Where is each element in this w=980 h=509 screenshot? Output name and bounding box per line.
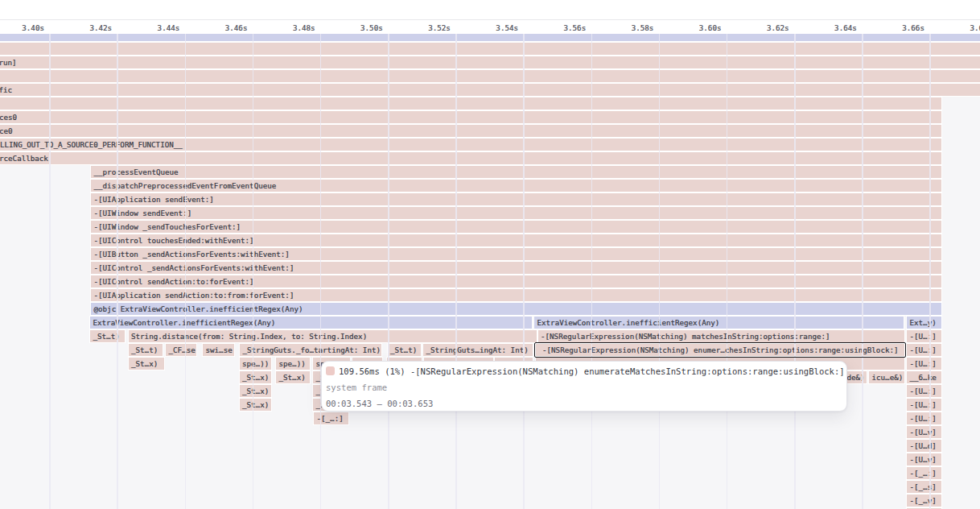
flame-block[interactable]: _St…x)	[240, 371, 271, 383]
flame-block-label: -[NSRegularExpression(NSMatching) matche…	[541, 332, 830, 341]
flame-block[interactable]: -[UIControl sendAction:to:forEvent:]	[91, 275, 941, 288]
flame-block[interactable]	[0, 43, 980, 55]
flame-block-label: -[U…:]	[910, 346, 937, 354]
flame-block[interactable]: -[_…:]	[907, 467, 941, 479]
time-tick-label: 3.68s	[970, 23, 980, 33]
flame-block-label: _St…x)	[131, 359, 158, 368]
flame-block[interactable]: -[UIButton _sendActionsForEvents:withEve…	[91, 248, 941, 260]
flame-block-label: -[UIWindow _sendTouchesForEvent:]	[94, 222, 241, 231]
flame-block-label: _St…x)	[242, 400, 269, 409]
time-ruler[interactable]: 3.40s3.42s3.44s3.46s3.48s3.50s3.52s3.54s…	[0, 21, 980, 34]
flame-block[interactable]: -[U…:]	[907, 412, 941, 424]
toolbar-area	[0, 0, 980, 20]
flame-block[interactable]: fic	[0, 84, 980, 96]
flame-block[interactable]	[0, 34, 980, 41]
tooltip-summary: 109.56ms (1%) -[NSRegularExpression(NSMa…	[339, 366, 845, 376]
flame-block[interactable]: -[UIWindow _sendTouchesForEvent:]	[91, 221, 941, 233]
flame-block[interactable]: __processEventQueue	[91, 166, 941, 178]
flame-chart-canvas[interactable]: run]ficces0ce0LLING_OUT_TO_A_SOURCE0_PER…	[0, 34, 980, 509]
flame-block[interactable]: -[U…:]	[907, 385, 941, 397]
flame-block[interactable]: -[U…:]	[907, 399, 941, 411]
selected-flame-block[interactable]: -[NSRegularExpression(NSMatching) enumer…	[536, 344, 904, 356]
flame-block[interactable]: _StringGuts…ingAt: Int)	[423, 344, 533, 356]
flame-block-label: -[U…:]	[910, 387, 937, 395]
flame-block[interactable]: -[U…:]	[907, 330, 941, 342]
flame-block[interactable]	[0, 70, 980, 82]
flame-block[interactable]: __dispatchPreprocessedEventFromEventQueu…	[91, 180, 941, 192]
flame-block[interactable]: _St…x)	[276, 371, 310, 383]
time-tick-label: 3.60s	[699, 23, 722, 33]
flame-block[interactable]: _St…x)	[240, 399, 271, 411]
time-tick-label: 3.64s	[834, 23, 857, 33]
flame-block[interactable]: String.distance(from: String.Index, to: …	[129, 330, 537, 342]
flame-block[interactable]: rceCallback	[0, 152, 941, 164]
flame-block[interactable]: -[UIControl _sendActionsForEvents:withEv…	[91, 262, 941, 274]
time-tick-label: 3.66s	[902, 23, 924, 33]
time-tick-label: 3.42s	[89, 23, 112, 33]
flame-block[interactable]: run]	[0, 56, 980, 68]
flame-block[interactable]: -[U…:]	[907, 358, 941, 370]
flame-block[interactable]: LLING_OUT_TO_A_SOURCE0_PERFORM_FUNCTION_…	[0, 139, 941, 151]
flame-block[interactable]: -[UIApplication sendEvent:]	[91, 193, 941, 205]
flame-block-label: _StringGuts._fo…tartingAt: Int)	[243, 346, 381, 354]
time-tick-label: 3.46s	[225, 23, 248, 33]
flame-block[interactable]: _CF…se	[166, 344, 196, 356]
flame-block[interactable]	[0, 97, 941, 110]
flame-block[interactable]: -[U…d]	[907, 440, 941, 452]
flame-block-label: -[_…:]	[910, 469, 937, 478]
flame-block-label: _St…x)	[279, 373, 306, 382]
flame-block-label: String.distance(from: String.Index, to: …	[131, 332, 367, 341]
flame-block-label: -[_…:]	[317, 414, 344, 423]
flame-block[interactable]: icu…e&)	[869, 371, 904, 383]
flame-block-label: ExtraViewController.inefficientRegex(Any…	[93, 318, 276, 327]
flame-block-label: rceCallback	[0, 154, 48, 163]
flame-block-label: -[U…:]	[910, 359, 937, 368]
flame-block-label: _CF…se	[169, 346, 196, 354]
flame-block[interactable]: spe…))	[240, 358, 271, 370]
flame-block-label: -[NSRegularExpression(NSMatching) enumer…	[542, 346, 899, 354]
flame-block[interactable]: -[NSRegularExpression(NSMatching) matche…	[538, 330, 904, 342]
flame-block[interactable]: _St…x)	[129, 358, 164, 370]
flame-block[interactable]: spe…))	[276, 358, 310, 370]
flame-block[interactable]: -[UIWindow sendEvent:]	[91, 207, 941, 219]
flame-block[interactable]: -[U…:]	[907, 344, 941, 356]
flame-block-label: -[UIControl _sendActionsForEvents:withEv…	[94, 263, 294, 272]
flame-block[interactable]: -[UIApplication sendAction:to:from:forEv…	[91, 289, 941, 301]
flame-block[interactable]: Ext…y)	[907, 317, 941, 329]
flame-block[interactable]: _St…t)	[129, 344, 163, 356]
flame-block[interactable]: @objc ExtraViewController.inefficientReg…	[91, 303, 941, 315]
flame-block[interactable]: -[_…s]	[907, 481, 941, 493]
flame-block-label: -[_…v]	[910, 496, 937, 505]
flame-block-label: _St…x)	[242, 373, 269, 382]
time-tick-label: 3.50s	[360, 23, 383, 33]
flame-block[interactable]: -[U…v]	[907, 426, 941, 438]
flame-block[interactable]: __6…ke	[907, 371, 941, 383]
flame-block[interactable]: _St…t)	[90, 330, 125, 342]
time-tick-label: 3.44s	[158, 23, 180, 33]
flame-block-label: -[UIButton _sendActionsForEvents:withEve…	[94, 250, 290, 259]
flame-block[interactable]: -[_…v]	[907, 495, 941, 507]
flame-block[interactable]: ExtraViewController.inefficientRegex(Any…	[534, 317, 904, 329]
flame-block-label: run]	[0, 58, 17, 67]
flame-block[interactable]: ces0	[0, 111, 941, 123]
flame-block[interactable]: -[UIControl touchesEnded:withEvent:]	[91, 234, 941, 246]
time-tick-label: 3.48s	[293, 23, 315, 33]
flame-block[interactable]: ce0	[0, 125, 941, 137]
flame-block-label: fic	[0, 85, 12, 94]
flame-block-label: __6…ke	[910, 373, 937, 382]
flame-block[interactable]: _StringGuts._fo…tartingAt: Int)	[240, 344, 381, 356]
flame-block[interactable]: swi…se	[203, 344, 234, 356]
flame-block[interactable]: ExtraViewController.inefficientRegex(Any…	[90, 317, 532, 329]
flame-block-label: _StringGuts…ingAt: Int)	[426, 346, 529, 354]
time-tick-label: 3.54s	[496, 23, 518, 33]
flame-block-label: de&)	[847, 373, 865, 382]
flame-block-label: -[UIApplication sendAction:to:from:forEv…	[94, 291, 294, 300]
flame-block-label: _St…t)	[131, 346, 158, 354]
flame-block[interactable]: _St…x)	[240, 385, 271, 397]
flame-block[interactable]: -[_…:]	[314, 412, 348, 424]
flame-block-label: ce0	[0, 126, 13, 135]
flame-block-label: icu…e&)	[872, 373, 904, 382]
flame-block[interactable]: -[U…v]	[907, 453, 941, 466]
flame-block[interactable]: _St…t)	[388, 344, 422, 356]
tooltip: 109.56ms (1%) -[NSRegularExpression(NSMa…	[321, 361, 848, 412]
